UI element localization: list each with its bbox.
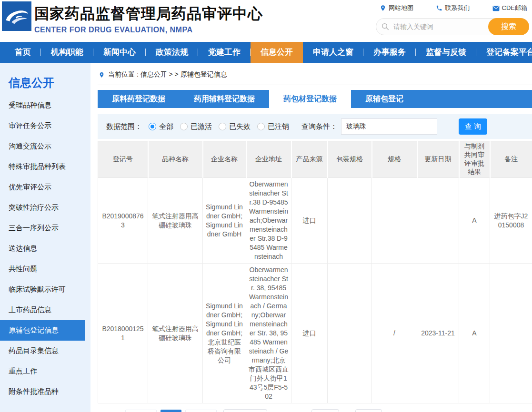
goto-confirm-button[interactable]: 确定: [355, 409, 382, 412]
nav-policies[interactable]: 政策法规: [146, 42, 198, 63]
page-size-select[interactable]: 10 条/页: [223, 409, 267, 412]
radio-expired-icon: [219, 123, 226, 130]
cell-registration-no: B20180001251: [98, 264, 148, 403]
radio-cancelled-label: 已注销: [268, 122, 289, 131]
nav-info-disclosure[interactable]: 信息公开: [251, 42, 303, 63]
brand-block: 国家药品监督管理局药品审评中心 CENTER FOR DRUG EVALUATI…: [34, 0, 263, 42]
cell-joint-review-result: A: [459, 264, 490, 403]
site-subtitle: CENTER FOR DRUG EVALUATION, NMPA: [34, 26, 263, 34]
sidebar-item-review-tasks[interactable]: 审评任务公示: [0, 116, 85, 136]
nav-party[interactable]: 党建工作: [198, 42, 251, 63]
tab-raw-aux-pack[interactable]: 原辅包登记: [351, 90, 418, 108]
sidebar-item-breakthrough-therapy[interactable]: 突破性治疗公示: [0, 197, 85, 218]
cell-company-address: Oberwarmensteinacher Str.38 D-95485 Warm…: [246, 178, 291, 264]
sidebar-item-raw-aux-pack-registration[interactable]: 原辅包登记信息: [0, 320, 85, 341]
main-panel: 当前位置 : 信息公开 > > 原辅包登记信息 原料药登记数据 药用辅料登记数据…: [98, 63, 532, 412]
cell-update-date: [417, 178, 459, 264]
cell-spec: [372, 178, 417, 264]
cell-variety-name: 笔式注射器用高硼硅玻璃珠: [148, 264, 203, 403]
phone-icon: [436, 5, 442, 11]
col-company-name: 企业名称: [203, 141, 246, 178]
cell-registration-no: B20190008763: [98, 178, 148, 264]
cell-company-name: Sigmund Lindner GmbH; Sigmund Lindner Gm…: [203, 264, 246, 403]
scope-label: 数据范围：: [106, 122, 142, 131]
tab-packaging-registration[interactable]: 药包材登记数据: [269, 90, 351, 108]
nav-services[interactable]: 办事服务: [363, 42, 416, 63]
radio-cancelled-icon: [257, 123, 265, 130]
sidebar-title: 信息公开: [0, 71, 90, 95]
col-update-date: 更新日期: [417, 141, 459, 178]
sidebar-item-priority-review[interactable]: 优先审评公示: [0, 177, 85, 197]
main-nav: 首页 机构职能 新闻中心 政策法规 党建工作 信息公开 申请人之窗 办事服务 监…: [0, 42, 532, 63]
mail-icon: [492, 5, 500, 11]
site-title: 国家药品监督管理局药品审评中心: [34, 4, 263, 24]
table-header-row: 登记号 品种名称 企业名称 企业地址 产品来源 包装规格 规格 更新日期 与制剂…: [98, 141, 532, 178]
goto-page-input[interactable]: [311, 409, 339, 412]
nav-news[interactable]: 新闻中心: [93, 42, 146, 63]
radio-all[interactable]: 全部: [149, 122, 173, 131]
site-search: 搜索: [376, 18, 529, 35]
sidebar-item-communication[interactable]: 沟通交流公示: [0, 136, 85, 157]
nav-applicant-window[interactable]: 申请人之窗: [303, 42, 363, 63]
sidebar-item-special-approval[interactable]: 特殊审批品种列表: [0, 157, 85, 177]
sidebar-item-marketed-drugs[interactable]: 上市药品信息: [0, 300, 85, 320]
cell-company-address: Oberwarmensteinacher Str. 38, 95485 Warm…: [246, 264, 291, 403]
cell-packaging-spec: [328, 178, 372, 264]
radio-cancelled[interactable]: 已注销: [257, 122, 289, 131]
table-row: B20190008763 笔式注射器用高硼硅玻璃珠 Sigmund Lindne…: [98, 178, 532, 264]
sitemap-label: 网站地图: [389, 4, 413, 12]
query-button[interactable]: 查 询: [459, 118, 487, 135]
next-page-button[interactable]: 下一页: [185, 410, 217, 412]
sitemap-link[interactable]: 网站地图: [380, 4, 413, 12]
sidebar-item-delivery-info[interactable]: 送达信息: [0, 238, 85, 259]
nav-registration-platform[interactable]: 登记备案平台: [476, 42, 532, 63]
col-variety-name: 品种名称: [148, 141, 203, 178]
col-packaging-spec: 包装规格: [328, 141, 372, 178]
site-header: 国家药品监督管理局药品审评中心 CENTER FOR DRUG EVALUATI…: [0, 0, 532, 42]
nav-supervision[interactable]: 监督与反馈: [416, 42, 476, 63]
nav-functions[interactable]: 机构职能: [41, 42, 93, 63]
location-pin-icon: [380, 5, 386, 11]
col-spec: 规格: [372, 141, 417, 178]
sidebar-item-drug-catalog[interactable]: 药品目录集信息: [0, 341, 85, 361]
cell-product-source: 进口: [291, 264, 328, 403]
query-input[interactable]: [341, 118, 437, 135]
cde-logo[interactable]: [2, 1, 31, 31]
cell-remark: 进药包字J20150008: [490, 178, 532, 264]
results-table: 登记号 品种名称 企业名称 企业地址 产品来源 包装规格 规格 更新日期 与制剂…: [98, 141, 532, 403]
table-row: B20180001251 笔式注射器用高硼硅玻璃珠 Sigmund Lindne…: [98, 264, 532, 403]
radio-activated[interactable]: 已激活: [180, 122, 212, 131]
radio-all-icon: [149, 123, 156, 130]
radio-expired[interactable]: 已失效: [219, 122, 251, 131]
col-joint-review-result: 与制剂共同审评审批结果: [459, 141, 490, 178]
cell-update-date: 2023-11-21: [417, 264, 459, 403]
sidebar-item-conditional-approval[interactable]: 附条件批准品种: [0, 382, 85, 402]
tab-api-registration[interactable]: 原料药登记数据: [98, 90, 180, 108]
cde-mail-label: CDE邮箱: [502, 4, 527, 12]
content-area: 信息公开 受理品种信息 审评任务公示 沟通交流公示 特殊审批品种列表 优先审评公…: [0, 63, 532, 412]
tab-excipient-registration[interactable]: 药用辅料登记数据: [180, 90, 269, 108]
site-search-button[interactable]: 搜索: [488, 18, 529, 35]
location-pin-icon: [99, 71, 105, 78]
cell-variety-name: 笔式注射器用高硼硅玻璃珠: [148, 178, 203, 264]
contact-label: 联系我们: [445, 4, 470, 12]
cell-company-name: Sigmund Lindner GmbH; Sigmund Lindner Gm…: [203, 178, 246, 264]
col-company-address: 企业地址: [246, 141, 291, 178]
cell-remark: [490, 264, 532, 403]
data-tabs: 原料药登记数据 药用辅料登记数据 药包材登记数据 原辅包登记: [98, 90, 532, 108]
breadcrumb-text: 当前位置 : 信息公开 > > 原辅包登记信息: [108, 70, 227, 79]
page-number-1[interactable]: 1: [161, 410, 181, 412]
sidebar-item-key-work[interactable]: 重点工作: [0, 361, 85, 382]
radio-activated-label: 已激活: [191, 122, 212, 131]
sidebar-item-common-issues[interactable]: 共性问题: [0, 259, 85, 279]
sidebar-item-clinical-trial-license[interactable]: 临床试验默示许可: [0, 279, 85, 300]
nav-home[interactable]: 首页: [5, 42, 41, 63]
contact-link[interactable]: 联系我们: [436, 4, 470, 12]
radio-activated-icon: [180, 123, 188, 130]
cde-mail-link[interactable]: CDE邮箱: [492, 4, 527, 12]
sidebar: 信息公开 受理品种信息 审评任务公示 沟通交流公示 特殊审批品种列表 优先审评公…: [0, 63, 90, 412]
prev-page-button[interactable]: 上一页: [125, 410, 157, 412]
sidebar-item-accepted-varieties[interactable]: 受理品种信息: [0, 95, 85, 116]
sidebar-item-three-in-one[interactable]: 三合一序列公示: [0, 218, 85, 238]
cell-spec: /: [372, 264, 417, 403]
